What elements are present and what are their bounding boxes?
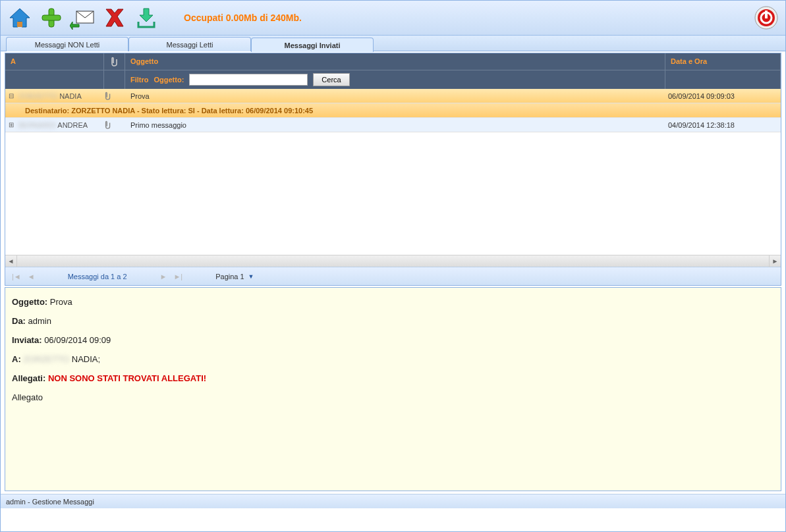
horizontal-scrollbar[interactable]: ◄ ►	[5, 255, 781, 267]
pager-next[interactable]: ►	[160, 273, 167, 280]
preview-to-label: A:	[12, 354, 21, 364]
plus-icon	[40, 6, 63, 30]
new-message-button[interactable]	[38, 4, 65, 32]
svg-rect-8	[765, 11, 768, 18]
scroll-right-arrow[interactable]: ►	[769, 255, 781, 267]
table-row[interactable]: ⊟ ZORZETTO NADIA Prova 06/09/2014 09:09:…	[5, 89, 781, 103]
message-grid: A Oggetto Filtro Oggetto: Cerca Data e O…	[5, 53, 781, 286]
tab-bar: Messaggi NON Letti Messaggi Letti Messag…	[1, 36, 785, 51]
row-detail: Destinatario: ZORZETTO NADIA - Stato let…	[5, 103, 781, 118]
tab-sent[interactable]: Messaggi Inviati	[251, 38, 374, 52]
storage-status: Occupati 0.00Mb di 240Mb.	[184, 13, 302, 23]
pager-info: Messaggi da 1 a 2	[68, 273, 127, 280]
delete-button[interactable]	[101, 4, 128, 32]
expand-toggle[interactable]: ⊟	[5, 92, 17, 99]
col-header-date[interactable]: Data e Ora	[665, 53, 780, 70]
preview-from-value: admin	[26, 316, 51, 326]
tab-unread[interactable]: Messaggi NON Letti	[6, 37, 128, 51]
paperclip-icon	[104, 120, 112, 130]
preview-to-value: NADIA;	[69, 354, 100, 364]
preview-attachment-link[interactable]: Allegato	[12, 392, 774, 402]
home-icon	[8, 6, 32, 30]
power-icon	[754, 5, 779, 30]
table-row[interactable]: ⊞ BERNARDI ANDREA Primo messaggio 04/09/…	[5, 118, 781, 132]
cell-attachment	[104, 120, 125, 130]
svg-rect-3	[42, 15, 61, 20]
page-label: Pagina 1	[215, 273, 244, 280]
status-text: admin - Gestione Messaggi	[6, 498, 94, 506]
delete-icon	[103, 7, 126, 29]
preview-to-blur: ZORZETTO	[23, 354, 69, 364]
filter-label: Filtro	[130, 76, 149, 84]
col-header-attachment[interactable]	[104, 53, 125, 70]
toolbar: Occupati 0.00Mb di 240Mb.	[1, 1, 785, 36]
preview-attachments-label: Allegati:	[12, 373, 45, 383]
pager-first[interactable]: |◄	[12, 273, 21, 280]
grid-body: ⊟ ZORZETTO NADIA Prova 06/09/2014 09:09:…	[5, 89, 781, 255]
pager: |◄ ◄ Messaggi da 1 a 2 ► ►| Pagina 1 ▼	[5, 267, 781, 285]
filter-input[interactable]	[189, 74, 308, 86]
cell-date: 06/09/2014 09:09:03	[665, 92, 781, 100]
filter-subject-label: Oggetto:	[154, 76, 184, 84]
paperclip-icon	[104, 92, 112, 101]
preview-from-label: Da:	[12, 316, 26, 326]
reply-icon	[70, 6, 96, 30]
cell-recipient: ZORZETTO NADIA	[17, 92, 104, 100]
cell-subject: Primo messaggio	[125, 121, 665, 129]
preview-subject-label: Oggetto:	[12, 297, 47, 307]
download-icon	[134, 6, 158, 30]
svg-rect-1	[17, 22, 22, 27]
preview-attachments-value: NON SONO STATI TROVATI ALLEGATI!	[45, 373, 206, 383]
status-bar: admin - Gestione Messaggi	[1, 494, 785, 508]
tab-read[interactable]: Messaggi Letti	[128, 37, 251, 51]
preview-subject-value: Prova	[47, 297, 72, 307]
logout-button[interactable]	[752, 4, 780, 32]
pager-last[interactable]: ►|	[173, 273, 182, 280]
cell-attachment	[104, 92, 125, 101]
preview-sent-value: 06/09/2014 09:09	[42, 335, 111, 345]
page-dropdown[interactable]: ▼	[248, 273, 254, 280]
message-preview: Oggetto: Prova Da: admin Inviata: 06/09/…	[5, 287, 781, 491]
preview-sent-label: Inviata:	[12, 335, 42, 345]
search-button[interactable]: Cerca	[313, 73, 349, 86]
pager-prev[interactable]: ◄	[28, 273, 35, 280]
expand-toggle[interactable]: ⊞	[5, 121, 17, 128]
paperclip-icon	[110, 57, 119, 67]
cell-date: 04/09/2014 12:38:18	[665, 121, 781, 129]
cell-subject: Prova	[125, 92, 665, 100]
reply-button[interactable]	[69, 4, 97, 32]
cell-recipient: BERNARDI ANDREA	[17, 121, 104, 129]
grid-header: A Oggetto Filtro Oggetto: Cerca Data e O…	[5, 53, 781, 89]
download-button[interactable]	[132, 4, 160, 32]
col-header-subject[interactable]: Oggetto	[125, 53, 665, 70]
home-button[interactable]	[6, 4, 34, 32]
col-header-a[interactable]: A	[5, 53, 103, 70]
scroll-left-arrow[interactable]: ◄	[5, 255, 17, 267]
